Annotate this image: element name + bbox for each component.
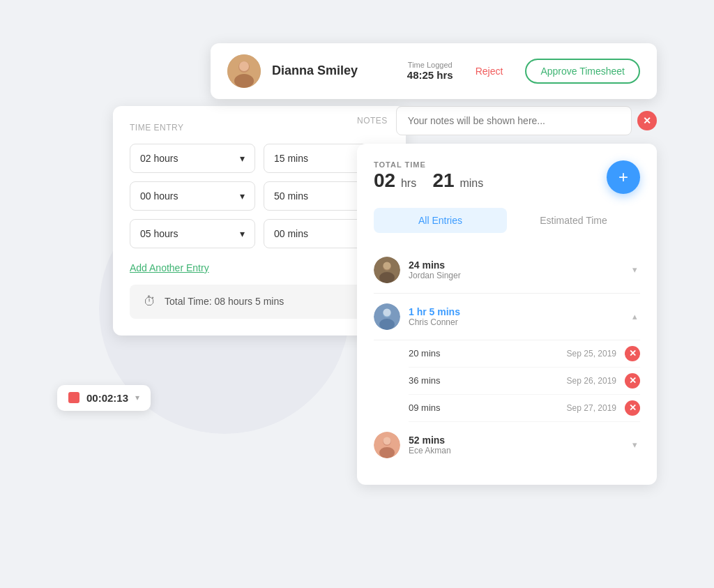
sub-duration-1: 20 mins [409,348,567,359]
time-entry-label: Time Entry [130,123,389,133]
total-mins: 21 [433,169,455,191]
delete-entry-button-3[interactable]: ✕ [625,400,640,416]
timer-value: 00:02:13 [86,392,128,404]
hours-value-3: 05 hours [140,228,178,239]
approve-timesheet-button[interactable]: Approve Timesheet [525,59,640,84]
entry-info-jordan: 24 mins Jordan Singer [409,259,621,280]
mins-value-3: 00 mins [274,228,308,239]
sub-date-1: Sep 25, 2019 [567,349,616,359]
total-time-text: Total Time: 08 hours 5 mins [165,296,284,307]
entry-name-chris: Chris Conner [409,317,621,327]
svg-point-14 [379,447,395,458]
svg-point-6 [379,272,395,283]
time-row-2: 00 hours ▾ 50 mins ▾ [130,181,389,211]
time-logged-label: Time Logged [407,61,453,69]
entry-name-jordan: Jordan Singer [409,271,621,280]
chris-sub-list: 20 mins Sep 25, 2019 ✕ 36 mins Sep 26, 2… [374,340,640,422]
total-time-value: 02 hrs 21 mins [374,169,483,193]
total-time-bar: ⏱ Total Time: 08 hours 5 mins [130,285,389,319]
entry-avatar-chris [374,303,400,330]
entry-chevron-chris[interactable]: ▴ [630,311,640,322]
total-hrs-unit: hrs [401,177,416,189]
svg-point-7 [383,262,391,269]
entry-name-ece: Ece Akman [409,446,621,455]
entry-avatar-ece [374,432,400,458]
hours-value-1: 02 hours [140,153,178,164]
right-panel: Notes ✕ TOTAL TIME 02 hrs 21 mins + [357,106,657,485]
list-item: 20 mins Sep 25, 2019 ✕ [409,340,640,368]
time-row-3: 05 hours ▾ 00 mins ▾ [130,219,389,248]
hours-select-3[interactable]: 05 hours ▾ [130,219,255,248]
tabs: All Entries Estimated Time [374,208,640,233]
svg-point-3 [239,61,249,71]
hours-dropdown-arrow-3: ▾ [240,228,245,239]
svg-point-15 [383,437,391,444]
notes-section: Notes ✕ [357,106,657,135]
timer-widget: 00:02:13 ▾ [57,385,151,411]
tab-all-entries[interactable]: All Entries [374,208,507,233]
list-item: 36 mins Sep 26, 2019 ✕ [409,368,640,395]
list-item: 1 hr 5 mins Chris Conner ▴ [374,294,640,340]
add-entry-link[interactable]: Add Another Entry [130,262,209,273]
delete-entry-button-2[interactable]: ✕ [625,373,640,389]
sub-duration-3: 09 mins [409,402,567,413]
hours-dropdown-arrow-2: ▾ [240,190,245,202]
total-time-header: TOTAL TIME 02 hrs 21 mins + [374,160,640,194]
entry-info-ece: 52 mins Ece Akman [409,435,621,455]
entry-avatar-jordan [374,257,400,283]
entry-duration-jordan: 24 mins [409,259,621,271]
mins-value-1: 15 mins [274,153,308,164]
entry-duration-chris: 1 hr 5 mins [409,306,621,317]
list-item: 09 mins Sep 27, 2019 ✕ [409,395,640,422]
tab-estimated-time[interactable]: Estimated Time [507,208,640,233]
sub-date-2: Sep 26, 2019 [567,376,616,386]
svg-point-10 [379,319,395,330]
total-mins-unit: mins [459,177,483,189]
total-time-card: TOTAL TIME 02 hrs 21 mins + All Entries … [357,144,657,485]
avatar [227,54,261,88]
hours-select-2[interactable]: 00 hours ▾ [130,181,255,211]
time-logged-section: Time Logged 48:25 hrs [407,61,453,82]
add-time-button[interactable]: + [607,160,640,194]
hours-dropdown-arrow-1: ▾ [240,153,245,164]
entry-duration-ece: 52 mins [409,435,621,446]
user-name: Dianna Smiley [272,63,358,78]
hours-select-1[interactable]: 02 hours ▾ [130,144,255,173]
entry-chevron-ece[interactable]: ▾ [630,439,640,450]
hours-value-2: 00 hours [140,190,178,202]
timer-stop-button[interactable] [68,392,79,403]
time-row-1: 02 hours ▾ 15 mins ▾ [130,144,389,173]
notes-input[interactable] [396,106,632,135]
total-time-label: TOTAL TIME [374,160,483,169]
header-card: Dianna Smiley Time Logged 48:25 hrs Reje… [211,43,657,99]
clock-icon: ⏱ [144,294,156,309]
sub-duration-2: 36 mins [409,375,567,386]
time-logged-value: 48:25 hrs [407,69,453,81]
timer-dropdown-arrow[interactable]: ▾ [135,393,139,402]
reject-button[interactable]: Reject [464,66,515,77]
mins-value-2: 50 mins [274,190,308,202]
sub-date-3: Sep 27, 2019 [567,403,616,413]
list-item: 52 mins Ece Akman ▾ [374,422,640,468]
entry-list: 24 mins Jordan Singer ▾ [374,247,640,468]
svg-point-2 [234,74,254,88]
total-hours: 02 [374,169,395,191]
notes-label: Notes [357,116,388,126]
close-notes-button[interactable]: ✕ [637,111,657,130]
entry-info-chris: 1 hr 5 mins Chris Conner [409,306,621,327]
list-item: 24 mins Jordan Singer ▾ [374,247,640,294]
delete-entry-button-1[interactable]: ✕ [625,346,640,361]
total-time-info: TOTAL TIME 02 hrs 21 mins [374,160,483,193]
svg-point-11 [383,308,391,316]
entry-chevron-jordan[interactable]: ▾ [630,264,640,275]
